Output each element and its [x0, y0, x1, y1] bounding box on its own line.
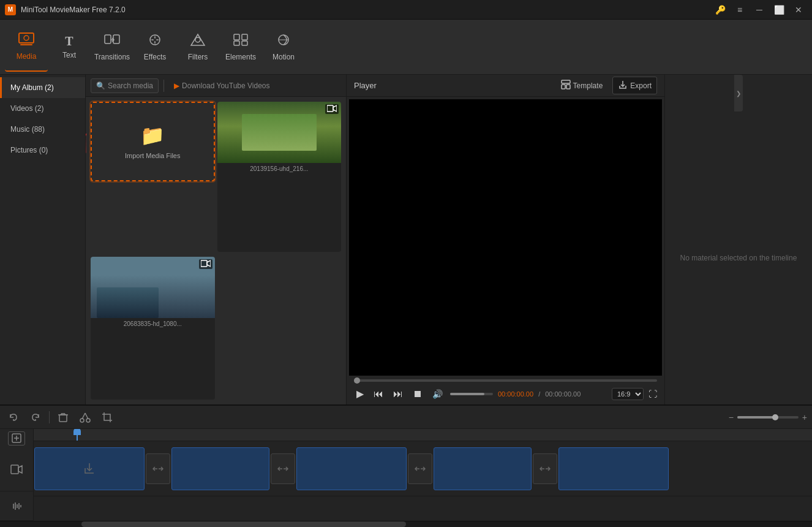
import-media-button[interactable]: 📁 Import Media Files: [91, 102, 215, 181]
time-separator: /: [538, 390, 540, 398]
sidebar-item-pictures[interactable]: Pictures (0): [0, 140, 85, 161]
svg-rect-17: [562, 80, 570, 83]
toolbar-item-elements[interactable]: Elements: [219, 23, 262, 72]
toolbar-item-effects[interactable]: Effects: [133, 23, 176, 72]
template-button[interactable]: Template: [556, 77, 608, 94]
main-toolbar: Media T Text Transitions Effects Filters…: [0, 20, 812, 75]
toolbar-item-media[interactable]: Media: [5, 23, 48, 72]
toolbar-item-motion[interactable]: Motion: [262, 23, 305, 72]
media-item-vid2[interactable]: 20683835-hd_1080...: [91, 257, 215, 400]
add-media-track-button[interactable]: [8, 431, 25, 445]
timeline-clip-1[interactable]: [34, 447, 145, 490]
app-icon: M: [5, 4, 16, 15]
sidebar-item-album[interactable]: My Album (2): [0, 77, 85, 98]
window-restore-button[interactable]: ⬜: [770, 2, 788, 17]
zoom-handle[interactable]: [772, 414, 778, 420]
svg-rect-19: [566, 85, 570, 89]
toolbar-item-text[interactable]: T Text: [48, 23, 91, 72]
restore-icon: ⬜: [774, 5, 784, 15]
timeline-clip-4[interactable]: [434, 447, 532, 490]
stop-button[interactable]: ⏹: [410, 387, 425, 401]
timeline-transition-1[interactable]: [146, 453, 170, 484]
timeline-transition-3[interactable]: [408, 453, 432, 484]
export-button[interactable]: Export: [612, 77, 657, 94]
fullscreen-button[interactable]: ⛶: [648, 389, 657, 399]
svg-rect-4: [113, 35, 119, 44]
svg-rect-2: [20, 44, 32, 45]
zoom-fill: [737, 416, 774, 419]
svg-rect-14: [327, 105, 333, 112]
titlebar: M MiniTool MovieMaker Free 7.2.0 🔑 ≡ ─ ⬜…: [0, 0, 812, 20]
window-close-button[interactable]: ✕: [790, 2, 807, 17]
next-frame-button[interactable]: ⏭: [391, 387, 405, 401]
timeline-clip-5[interactable]: [558, 447, 669, 490]
time-total: 00:00:00.00: [545, 390, 581, 398]
toolbar-media-label: Media: [17, 52, 37, 61]
volume-button[interactable]: 🔊: [430, 388, 445, 400]
sidebar-item-music[interactable]: Music (88): [0, 119, 85, 140]
timeline-transition-2[interactable]: [271, 453, 295, 484]
svg-rect-0: [19, 33, 34, 43]
delete-button[interactable]: [55, 409, 72, 426]
volume-slider[interactable]: [450, 393, 493, 395]
svg-rect-10: [234, 41, 239, 45]
timeline-clip-2[interactable]: [171, 447, 269, 490]
toolbar-transitions-label: Transitions: [94, 53, 130, 61]
timeline-transition-4[interactable]: [533, 453, 557, 484]
yt-download-label: Download YouTube Videos: [182, 82, 269, 90]
zoom-out-icon[interactable]: −: [729, 412, 734, 422]
export-icon: [618, 80, 628, 91]
window-key-button[interactable]: 🔑: [712, 2, 729, 17]
main-area: My Album (2) Videos (2) Music (88) Pictu…: [0, 75, 812, 404]
svg-rect-8: [234, 34, 239, 40]
aspect-ratio-select[interactable]: 16:9 9:16 1:1 4:3: [612, 388, 644, 400]
progress-handle[interactable]: [354, 377, 360, 384]
controls-row: ▶ ⏮ ⏭ ⏹ 🔊 00:00:00.00 / 00:00:00.00 16:9…: [354, 387, 657, 401]
cut-button[interactable]: [77, 409, 94, 426]
video-type-icon: [325, 104, 339, 114]
properties-panel: ❯ No material selected on the timeline: [665, 75, 812, 404]
svg-line-29: [85, 413, 88, 419]
sidebar-item-videos[interactable]: Videos (2): [0, 98, 85, 119]
prev-frame-button[interactable]: ⏮: [371, 387, 386, 401]
filters-icon: [190, 33, 206, 50]
undo-button[interactable]: [5, 409, 22, 426]
svg-rect-33: [11, 465, 18, 474]
timeline-scrollbar[interactable]: [0, 521, 812, 527]
key-icon: 🔑: [715, 5, 726, 15]
properties-toggle[interactable]: ❯: [734, 75, 743, 112]
properties-content: No material selected on the timeline: [665, 112, 812, 404]
svg-rect-9: [242, 34, 247, 40]
search-media-button[interactable]: 🔍 Search media: [91, 78, 159, 93]
svg-rect-21: [59, 415, 67, 422]
svg-rect-18: [562, 85, 565, 89]
scrollbar-thumb[interactable]: [81, 521, 406, 527]
zoom-in-icon[interactable]: +: [802, 412, 807, 422]
motion-icon: [276, 33, 291, 50]
player-panel: Player Template Export ▶ ⏮ ⏭: [347, 75, 665, 404]
zoom-slider[interactable]: [737, 416, 799, 419]
media-item-vid1[interactable]: 20139156-uhd_216...: [217, 102, 342, 252]
window-minimize-button[interactable]: ─: [751, 2, 768, 17]
toolbar-item-transitions[interactable]: Transitions: [91, 23, 133, 72]
media-toolbar: 🔍 Search media ▶ Download YouTube Videos: [86, 75, 346, 97]
crop-button[interactable]: [99, 409, 116, 426]
window-menu-button[interactable]: ≡: [731, 2, 748, 17]
toolbar-motion-label: Motion: [273, 53, 295, 61]
redo-button[interactable]: [27, 409, 44, 426]
timeline-clip-3[interactable]: [296, 447, 407, 490]
progress-bar[interactable]: [354, 379, 657, 382]
timeline-ruler: [34, 429, 812, 441]
toolbar-item-filters[interactable]: Filters: [176, 23, 219, 72]
search-icon: 🔍: [96, 82, 105, 90]
media-item-name-vid2: 20683835-hd_1080...: [91, 318, 215, 330]
play-button[interactable]: ▶: [354, 387, 366, 401]
timeline-sep1: [49, 411, 50, 423]
no-selection-text: No material selected on the timeline: [680, 254, 797, 262]
svg-rect-3: [105, 35, 111, 44]
sidebar: My Album (2) Videos (2) Music (88) Pictu…: [0, 75, 86, 404]
media-item-name-vid1: 20139156-uhd_216...: [217, 163, 342, 175]
yt-download-button[interactable]: ▶ Download YouTube Videos: [169, 79, 274, 93]
volume-fill: [450, 393, 484, 395]
export-label: Export: [630, 82, 652, 90]
